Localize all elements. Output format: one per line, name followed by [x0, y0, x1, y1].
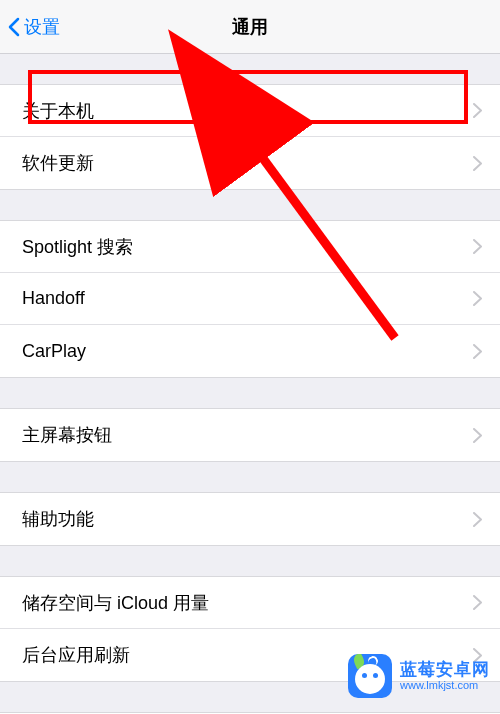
row-label: 主屏幕按钮 — [22, 423, 112, 447]
chevron-right-icon — [473, 239, 482, 254]
chevron-right-icon — [473, 103, 482, 118]
row-label: 后台应用刷新 — [22, 643, 130, 667]
row-home-button[interactable]: 主屏幕按钮 — [0, 409, 500, 461]
row-about[interactable]: 关于本机 — [0, 85, 500, 137]
row-label: 辅助功能 — [22, 507, 94, 531]
row-label: Handoff — [22, 288, 85, 309]
chevron-right-icon — [473, 156, 482, 171]
row-storage-icloud[interactable]: 储存空间与 iCloud 用量 — [0, 577, 500, 629]
row-spotlight[interactable]: Spotlight 搜索 — [0, 221, 500, 273]
chevron-right-icon — [473, 291, 482, 306]
chevron-right-icon — [473, 595, 482, 610]
row-label: Spotlight 搜索 — [22, 235, 133, 259]
back-button[interactable]: 设置 — [0, 15, 60, 39]
nav-header: 设置 通用 — [0, 0, 500, 54]
group-separator — [0, 546, 500, 576]
watermark-url: www.lmkjst.com — [400, 679, 490, 691]
group-separator — [0, 54, 500, 84]
row-label: 软件更新 — [22, 151, 94, 175]
group-separator — [0, 462, 500, 492]
row-software-update[interactable]: 软件更新 — [0, 137, 500, 189]
back-label: 设置 — [24, 15, 60, 39]
row-accessibility[interactable]: 辅助功能 — [0, 493, 500, 545]
chevron-right-icon — [473, 512, 482, 527]
chevron-left-icon — [8, 17, 20, 37]
group-separator — [0, 378, 500, 408]
watermark: 蓝莓安卓网 www.lmkjst.com — [348, 654, 490, 698]
group-separator — [0, 190, 500, 220]
row-carplay[interactable]: CarPlay — [0, 325, 500, 377]
row-label: 关于本机 — [22, 99, 94, 123]
chevron-right-icon — [473, 344, 482, 359]
watermark-title: 蓝莓安卓网 — [400, 661, 490, 680]
settings-list: 关于本机 软件更新 Spotlight 搜索 Handoff CarPlay 主… — [0, 54, 500, 714]
chevron-right-icon — [473, 428, 482, 443]
watermark-logo-icon — [348, 654, 392, 698]
row-handoff[interactable]: Handoff — [0, 273, 500, 325]
page-title: 通用 — [232, 15, 268, 39]
row-label: CarPlay — [22, 341, 86, 362]
row-label: 储存空间与 iCloud 用量 — [22, 591, 209, 615]
